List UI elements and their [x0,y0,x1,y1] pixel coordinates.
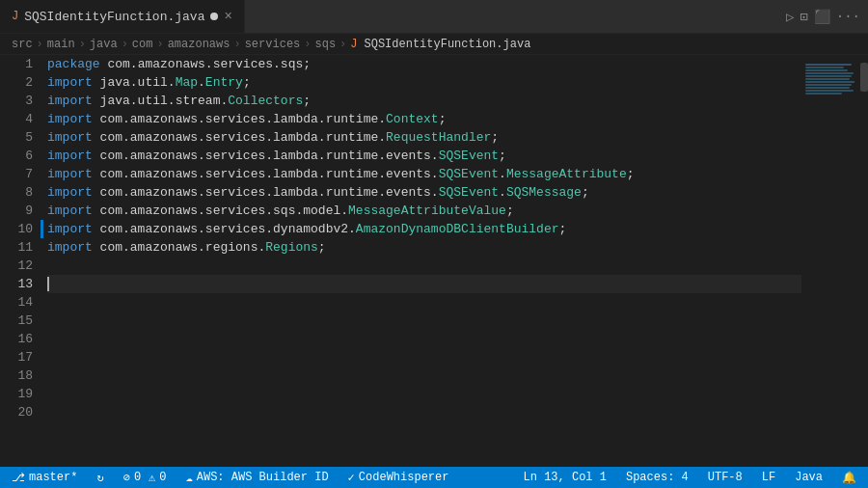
editor-tab[interactable]: J SQSIdentityFunction.java × [0,0,245,33]
vertical-scrollbar[interactable] [854,55,868,467]
tab-modified-indicator [210,13,218,20]
warning-icon: ⚠ [149,471,155,485]
minimap-line-5 [805,75,852,77]
cursor-position-item[interactable]: Ln 13, Col 1 [520,467,610,488]
code-line-20 [47,403,801,421]
minimap-line-1 [805,64,852,66]
breadcrumb-services[interactable]: services [245,38,301,51]
line-num-8: 8 [12,183,33,202]
more-actions-icon[interactable]: ··· [836,9,860,24]
code-line-8: import com.amazonaws.services.lambda.run… [47,183,801,202]
line-num-2: 2 [12,73,33,92]
minimap-line-2 [805,67,844,68]
tab-close-button[interactable]: × [224,9,231,24]
language-item[interactable]: Java [791,467,827,488]
error-icon: ⊘ [123,471,130,485]
minimap-line-8 [805,84,852,86]
line-num-19: 19 [12,385,33,403]
code-line-9: import com.amazonaws.services.sqs.model.… [47,202,801,220]
line-num-4: 4 [12,110,33,128]
code-line-11: import com.amazonaws.regions.Regions; [47,238,801,257]
minimap [801,55,854,467]
code-line-4: import com.amazonaws.services.lambda.run… [47,110,801,128]
aws-builder-id-item[interactable]: ☁ AWS: AWS Builder ID [182,467,333,488]
minimap-line-10 [805,90,854,92]
breadcrumb-filename: SQSIdentityFunction.java [365,38,531,51]
indentation-item[interactable]: Spaces: 4 [622,467,692,488]
code-line-12 [47,257,801,275]
tab-actions: ▷ ⊡ ⬛ ··· [778,9,868,25]
line-num-3: 3 [12,92,33,110]
line-num-1: 1 [12,55,33,73]
code-line-1: package com.amazonaws.services.sqs; [47,55,801,73]
codewhisperer-item[interactable]: ✓ CodeWhisperer [344,467,453,488]
breadcrumb-sqs[interactable]: sqs [314,38,336,51]
minimap-line-6 [805,78,850,80]
line-num-9: 9 [12,202,33,220]
code-line-3: import java.util.stream.Collectors; [47,92,801,110]
line-num-7: 7 [12,165,33,183]
minimap-line-11 [805,93,842,95]
cursor-position-label: Ln 13, Col 1 [524,471,607,484]
code-line-7: import com.amazonaws.services.lambda.run… [47,165,801,183]
scrollbar-thumb[interactable] [860,63,868,92]
line-num-11: 11 [12,238,33,257]
line-num-5: 5 [12,128,33,147]
warning-count: 0 [159,471,166,484]
text-cursor [47,277,49,291]
line-ending-item[interactable]: LF [758,467,779,488]
minimap-line-7 [805,81,854,83]
notifications-item[interactable]: 🔔 [838,467,860,488]
line-num-10: 10 [12,220,33,238]
indentation-label: Spaces: 4 [626,471,689,484]
breadcrumb-amazonaws[interactable]: amazonaws [168,38,231,51]
breadcrumb-main[interactable]: main [47,38,75,51]
code-line-14 [47,293,801,312]
breadcrumb-src[interactable]: src [12,38,33,51]
line-num-15: 15 [12,312,33,330]
line-num-20: 20 [12,403,33,421]
code-line-17 [47,348,801,366]
aws-icon: ☁ [186,471,193,485]
status-bar: ⎇ master* ↻ ⊘ 0 ⚠ 0 ☁ AWS: AWS Builder I… [0,467,868,488]
breadcrumb-com[interactable]: com [132,38,153,51]
line-num-18: 18 [12,366,33,385]
code-line-15 [47,312,801,330]
sync-item[interactable]: ↻ [93,467,107,488]
line-num-6: 6 [12,147,33,165]
sync-icon: ↻ [96,471,103,485]
code-line-16 [47,330,801,348]
aws-label: AWS: AWS Builder ID [197,471,329,484]
error-count: 0 [134,471,141,484]
line-num-17: 17 [12,348,33,366]
line-number-gutter: 1 2 3 4 5 6 7 8 9 10 11 12 13 14 15 16 1… [0,55,41,467]
run-icon[interactable]: ▷ [786,9,794,25]
codewhisperer-icon: ✓ [348,471,355,485]
status-bar-right: Ln 13, Col 1 Spaces: 4 UTF-8 LF Java 🔔 [520,467,860,488]
breadcrumb-java[interactable]: java [90,38,118,51]
editor-container: 1 2 3 4 5 6 7 8 9 10 11 12 13 14 15 16 1… [0,55,868,467]
toggle-panel-icon[interactable]: ⬛ [814,9,830,25]
line-num-12: 12 [12,257,33,275]
split-editor-icon[interactable]: ⊡ [800,9,807,25]
minimap-line-3 [805,69,848,71]
errors-warnings-item[interactable]: ⊘ 0 ⚠ 0 [120,467,171,488]
git-branch-icon: ⎇ [12,471,25,485]
status-bar-left: ⎇ master* ↻ ⊘ 0 ⚠ 0 ☁ AWS: AWS Builder I… [8,467,452,488]
minimap-line-9 [805,87,850,89]
git-branch-item[interactable]: ⎇ master* [8,467,81,488]
tab-bar: J SQSIdentityFunction.java × ▷ ⊡ ⬛ ··· [0,0,868,34]
language-label: Java [795,471,823,484]
code-line-10: import com.amazonaws.services.dynamodbv2… [47,220,801,238]
code-line-19 [47,385,801,403]
java-file-icon: J [12,10,18,23]
line-num-16: 16 [12,330,33,348]
code-editor[interactable]: package com.amazonaws.services.sqs; impo… [43,55,801,467]
encoding-label: UTF-8 [708,471,743,484]
scrollbar-track[interactable] [860,55,868,467]
code-line-18 [47,366,801,385]
bell-icon: 🔔 [842,471,856,485]
tab-filename: SQSIdentityFunction.java [24,10,204,24]
codewhisperer-label: CodeWhisperer [359,471,449,484]
encoding-item[interactable]: UTF-8 [704,467,746,488]
